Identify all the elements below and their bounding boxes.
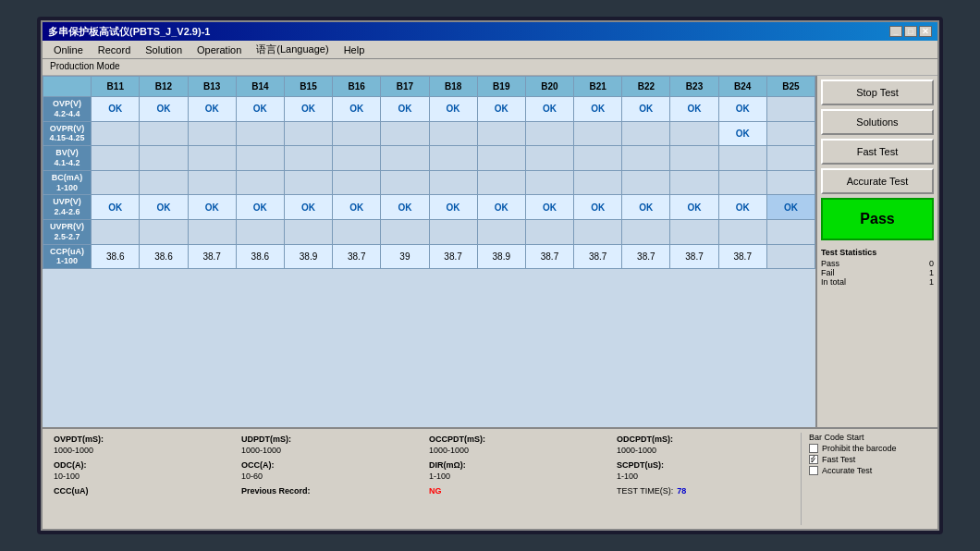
cell-1-6	[381, 121, 429, 146]
cell-0-10: OK	[574, 97, 622, 122]
prev-record-label: Previous Record:	[241, 486, 422, 496]
cell-4-9: OK	[525, 195, 573, 220]
scpdt-label: SCPDT(uS):	[617, 460, 797, 470]
cell-0-13: OK	[718, 97, 766, 122]
minimize-button[interactable]: _	[889, 26, 902, 37]
stats-label: Test Statistics	[821, 248, 934, 257]
menu-bar: Online Record Solution Operation 语言(Lang…	[43, 41, 937, 59]
test-table: B11 B12 B13 B14 B15 B16 B17 B18 B19 B20 …	[43, 76, 815, 269]
stop-test-button[interactable]: Stop Test	[821, 80, 934, 105]
cell-1-11	[622, 121, 670, 146]
prev-record-ng: NG	[429, 486, 442, 496]
cell-6-9: 38.7	[525, 244, 573, 269]
cell-5-9	[525, 219, 573, 244]
prohibit-label: Prohibit the barcode	[822, 444, 897, 453]
table-row: BC(mA) 1-100	[43, 170, 815, 195]
col-b25: B25	[766, 77, 815, 97]
cell-5-14	[766, 219, 815, 244]
cell-3-8	[477, 170, 525, 195]
cell-1-2	[188, 121, 236, 146]
cell-2-1	[140, 146, 188, 171]
cell-2-6	[381, 146, 429, 171]
cell-6-13: 38.7	[718, 244, 766, 269]
stats-pass-value: 0	[929, 259, 934, 268]
production-mode-bar: Production Mode	[43, 59, 937, 76]
cell-4-10: OK	[574, 195, 622, 220]
col-b23: B23	[670, 77, 718, 97]
solutions-button[interactable]: Solutions	[821, 109, 934, 135]
cell-2-9	[525, 146, 573, 171]
cell-4-13: OK	[718, 195, 766, 220]
cell-2-10	[574, 146, 622, 171]
cell-4-7: OK	[429, 195, 477, 220]
cell-1-0	[92, 121, 140, 146]
cell-2-8	[477, 146, 525, 171]
col-b22: B22	[622, 77, 670, 97]
menu-online[interactable]: Online	[46, 43, 91, 56]
accurate-test-checkbox[interactable]	[809, 466, 818, 475]
accurate-test-label: Accurate Test	[822, 466, 872, 475]
bottom-params: OVPDT(mS): 1000-1000 ODC(A): 10-100 CCC(…	[50, 433, 930, 525]
cell-4-1: OK	[140, 195, 188, 220]
stats-pass-label: Pass	[821, 259, 839, 268]
accurate-test-button[interactable]: Accurate Test	[821, 168, 934, 194]
odcpdt-label: ODCPDT(mS):	[617, 435, 797, 444]
cell-3-4	[284, 170, 332, 195]
fast-test-row[interactable]: ✓ Fast Test	[809, 455, 930, 464]
ccc-label: CCC(uA)	[54, 486, 234, 496]
fast-test-checkbox[interactable]: ✓	[809, 455, 818, 464]
menu-solution[interactable]: Solution	[138, 43, 190, 56]
row-header-6: CCP(uA) 1-100	[43, 244, 92, 269]
table-header-row: B11 B12 B13 B14 B15 B16 B17 B18 B19 B20 …	[43, 77, 815, 97]
cell-6-8: 38.9	[477, 244, 525, 269]
cell-6-5: 38.7	[333, 244, 381, 269]
bottom-area: OVPDT(mS): 1000-1000 ODC(A): 10-100 CCC(…	[43, 427, 937, 529]
monitor-frame: 多串保护板高试仪(PBTS_J_V2.9)-1 _ □ ✕ Online Rec…	[37, 17, 943, 534]
maximize-button[interactable]: □	[904, 26, 917, 37]
test-time-value: 78	[677, 486, 686, 496]
table-row: UVP(V) 2.4-2.6OKOKOKOKOKOKOKOKOKOKOKOKOK…	[43, 195, 815, 220]
cell-3-13	[718, 170, 766, 195]
cell-5-5	[333, 219, 381, 244]
cell-0-1: OK	[140, 97, 188, 122]
cell-3-5	[333, 170, 381, 195]
cell-4-5: OK	[333, 195, 381, 220]
title-bar: 多串保护板高试仪(PBTS_J_V2.9)-1 _ □ ✕	[43, 22, 937, 41]
cell-0-8: OK	[477, 97, 525, 122]
table-row: OVP(V) 4.2-4.4OKOKOKOKOKOKOKOKOKOKOKOKOK…	[43, 97, 815, 122]
table-row: UVPR(V) 2.5-2.7	[43, 219, 815, 244]
prohibit-row[interactable]: Prohibit the barcode	[809, 444, 930, 453]
cell-6-4: 38.9	[284, 244, 332, 269]
cell-1-10	[574, 121, 622, 146]
menu-language[interactable]: 语言(Language)	[249, 42, 336, 57]
stats-fail-value: 1	[929, 268, 934, 277]
cell-4-2: OK	[188, 195, 236, 220]
row-header-3: BC(mA) 1-100	[43, 170, 92, 195]
cell-6-1: 38.6	[140, 244, 188, 269]
table-area[interactable]: B11 B12 B13 B14 B15 B16 B17 B18 B19 B20 …	[43, 76, 817, 427]
cell-6-12: 38.7	[670, 244, 718, 269]
cell-5-2	[188, 219, 236, 244]
cell-2-11	[622, 146, 670, 171]
prohibit-checkbox[interactable]	[809, 444, 818, 453]
menu-record[interactable]: Record	[91, 43, 138, 56]
barcode-section: Bar Code Start Prohibit the barcode ✓ Fa…	[801, 433, 930, 525]
udpdt-value: 1000-1000	[241, 446, 422, 455]
cell-0-0: OK	[92, 97, 140, 122]
accurate-test-row[interactable]: Accurate Test	[809, 466, 930, 475]
cell-1-5	[333, 121, 381, 146]
fast-test-button[interactable]: Fast Test	[821, 139, 934, 165]
cell-6-2: 38.7	[188, 244, 236, 269]
menu-help[interactable]: Help	[337, 43, 373, 56]
close-button[interactable]: ✕	[919, 26, 932, 37]
odcpdt-value: 1000-1000	[617, 446, 797, 455]
occpdt-value: 1000-1000	[429, 446, 609, 455]
cell-2-5	[333, 146, 381, 171]
cell-3-10	[574, 170, 622, 195]
cell-5-3	[236, 219, 284, 244]
menu-operation[interactable]: Operation	[190, 43, 249, 56]
col-b11: B11	[92, 77, 140, 97]
fast-test-label: Fast Test	[822, 455, 855, 464]
stats-total-value: 1	[929, 277, 934, 287]
stats-section: Test Statistics Pass 0 Fail 1 In total 1	[821, 248, 934, 287]
